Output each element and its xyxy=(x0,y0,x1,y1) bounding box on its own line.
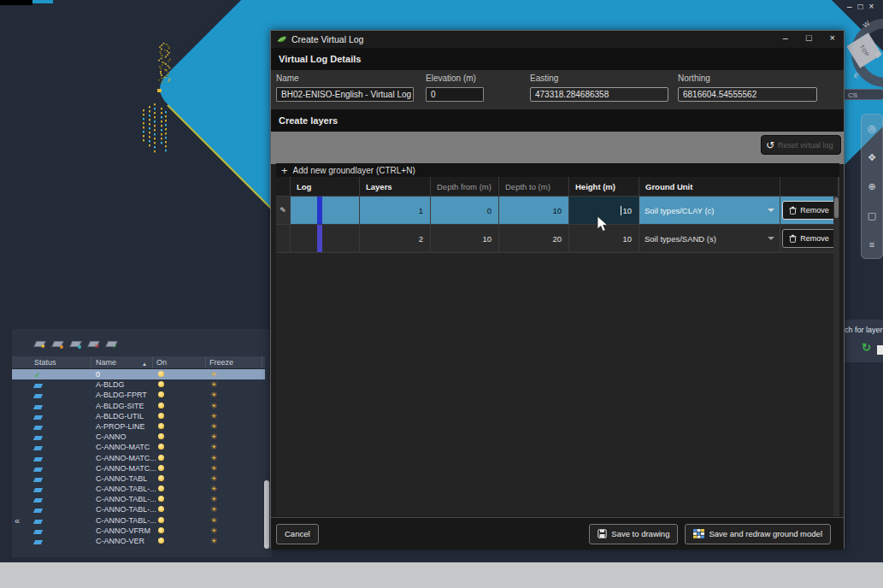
layer-on-bulb-icon[interactable] xyxy=(158,403,164,409)
log-cell[interactable] xyxy=(291,225,359,252)
layer-on-bulb-icon[interactable] xyxy=(158,455,164,461)
add-groundlayer-button[interactable]: + Add new groundlayer (CTRL+N) xyxy=(276,163,839,177)
layer-on-bulb-icon[interactable] xyxy=(158,485,164,491)
nav-more-icon[interactable]: ≡ xyxy=(869,239,874,250)
remove-row-button[interactable]: Remove xyxy=(782,229,836,248)
layer-row[interactable]: C-ANNO-TABL-...☀ xyxy=(12,494,265,504)
layer-freeze-sun-icon[interactable]: ☀ xyxy=(210,515,217,526)
cancel-button[interactable]: Cancel xyxy=(276,524,319,544)
dialog-maximize-button[interactable]: □ xyxy=(806,32,812,43)
layer-on-bulb-icon[interactable] xyxy=(158,517,164,523)
layer-row[interactable]: A-BLDG-SITE☀ xyxy=(12,401,265,411)
remove-row-button[interactable]: Remove xyxy=(782,201,836,220)
column-freeze[interactable]: Freeze xyxy=(209,357,233,368)
layer-row[interactable]: C-ANNO☀ xyxy=(12,432,265,442)
save-redraw-ground-model-button[interactable]: Save and redraw ground model xyxy=(685,524,831,544)
table-scrollbar-thumb[interactable] xyxy=(834,197,839,218)
wcs-selector[interactable]: CS xyxy=(841,89,883,100)
column-on[interactable]: On xyxy=(156,357,167,368)
new-layer-icon[interactable]: ★ xyxy=(34,339,45,349)
refresh-icon[interactable]: ↻ xyxy=(862,341,871,354)
layer-freeze-sun-icon[interactable]: ☀ xyxy=(210,411,217,421)
layers-cell[interactable]: 2 xyxy=(360,225,430,252)
layer-row[interactable]: C-ANNO-TABL☀ xyxy=(12,473,265,484)
header-log[interactable]: Log xyxy=(291,177,359,196)
layer-row[interactable]: A-BLDG☀ xyxy=(12,379,265,390)
table-scrollbar[interactable] xyxy=(833,196,839,516)
layer-row[interactable]: C-ANNO-TABL-...☀ xyxy=(12,484,265,494)
header-height[interactable]: Height (m) xyxy=(569,177,639,196)
easting-field[interactable] xyxy=(530,87,668,102)
set-current-layer-icon[interactable]: ✓ xyxy=(106,339,117,349)
navigation-bar[interactable]: ◎ ✥ ⊕ ▢ ≡ xyxy=(861,114,883,259)
layer-on-bulb-icon[interactable] xyxy=(158,444,164,450)
layer-freeze-sun-icon[interactable]: ☀ xyxy=(210,401,217,411)
new-layer-frozen-icon[interactable] xyxy=(52,339,63,349)
layer-row[interactable]: ✓0☀ xyxy=(12,369,265,379)
ground-unit-dropdown[interactable]: Soil types/SAND (s) xyxy=(639,225,780,252)
layer-on-bulb-icon[interactable] xyxy=(158,465,164,471)
layer-row[interactable]: C-ANNO-VER☀ xyxy=(12,536,265,546)
layer-freeze-sun-icon[interactable]: ☀ xyxy=(210,379,217,390)
layer-freeze-sun-icon[interactable]: ☀ xyxy=(210,463,217,473)
depth-from-cell[interactable]: 10 xyxy=(431,225,498,252)
nav-orbit-icon[interactable]: ▢ xyxy=(868,210,876,221)
table-row[interactable]: 2 10 20 10 Soil types/SAND (s) Rem xyxy=(276,225,839,253)
layer-freeze-sun-icon[interactable]: ☀ xyxy=(210,421,217,432)
header-depth-from[interactable]: Depth from (m) xyxy=(431,177,498,196)
layer-search-input[interactable]: rch for layer xyxy=(842,326,883,334)
app-close-button[interactable]: × xyxy=(869,2,874,11)
table-row[interactable]: ✎ 1 0 10 10 Soil types/CLAY (c) xyxy=(276,197,839,225)
column-name[interactable]: Name xyxy=(96,357,116,368)
depth-to-cell[interactable]: 20 xyxy=(499,225,568,252)
layer-row[interactable]: C-ANNO-MATC...☀ xyxy=(12,453,265,463)
app-minimize-button[interactable]: – xyxy=(847,2,852,11)
layer-on-bulb-icon[interactable] xyxy=(158,391,164,397)
save-to-drawing-button[interactable]: Save to drawing xyxy=(589,524,678,544)
layer-row[interactable]: C-ANNO-TABL-...☀ xyxy=(12,504,265,514)
header-ground-unit[interactable]: Ground Unit xyxy=(639,177,780,196)
layer-row[interactable]: C-ANNO-TABL-...☀ xyxy=(12,515,265,526)
layer-freeze-sun-icon[interactable]: ☀ xyxy=(210,432,217,442)
palette-scrollbar[interactable] xyxy=(264,480,269,549)
layer-row[interactable]: C-ANNO-VFRM☀ xyxy=(12,526,265,536)
layer-row[interactable]: C-ANNO-MATC...☀ xyxy=(12,463,265,473)
layer-on-bulb-icon[interactable] xyxy=(158,506,164,512)
palette-grip[interactable] xyxy=(0,329,12,557)
layer-on-bulb-icon[interactable] xyxy=(158,423,164,429)
depth-from-cell[interactable]: 0 xyxy=(431,197,498,224)
layer-row[interactable]: A-BLDG-UTIL☀ xyxy=(12,411,265,421)
layer-on-bulb-icon[interactable] xyxy=(158,538,164,544)
layer-row[interactable]: C-ANNO-MATC☀ xyxy=(12,442,265,452)
layer-freeze-sun-icon[interactable]: ☀ xyxy=(210,369,217,379)
layer-freeze-sun-icon[interactable]: ☀ xyxy=(210,494,217,504)
layer-on-bulb-icon[interactable] xyxy=(158,475,164,481)
layer-on-bulb-icon[interactable] xyxy=(158,527,164,533)
layer-on-bulb-icon[interactable] xyxy=(158,433,164,439)
header-depth-to[interactable]: Depth to (m) xyxy=(499,177,568,196)
log-cell[interactable] xyxy=(291,197,359,224)
name-field[interactable] xyxy=(276,87,414,102)
dialog-close-button[interactable]: × xyxy=(830,32,835,43)
nav-zoom-icon[interactable]: ⊕ xyxy=(868,181,875,192)
freeze-layer-icon[interactable] xyxy=(70,339,81,349)
delete-layer-icon[interactable]: ✕ xyxy=(88,339,99,349)
elevation-field[interactable] xyxy=(426,87,484,102)
layers-cell[interactable]: 1 xyxy=(360,197,430,224)
layer-on-bulb-icon[interactable] xyxy=(158,381,164,387)
layer-freeze-sun-icon[interactable]: ☀ xyxy=(210,536,217,546)
layer-freeze-sun-icon[interactable]: ☀ xyxy=(210,473,217,484)
layer-freeze-sun-icon[interactable]: ☀ xyxy=(210,526,217,536)
layer-row[interactable]: A-PROP-LINE☀ xyxy=(12,421,265,432)
layer-freeze-sun-icon[interactable]: ☀ xyxy=(210,453,217,463)
header-layers[interactable]: Layers xyxy=(360,177,430,196)
layer-freeze-sun-icon[interactable]: ☀ xyxy=(210,390,217,400)
layer-on-bulb-icon[interactable] xyxy=(158,413,164,419)
reset-virtual-log-button[interactable]: ↺ Reset virtual log xyxy=(761,135,841,155)
ground-unit-dropdown[interactable]: Soil types/CLAY (c) xyxy=(639,197,780,224)
app-maximize-button[interactable]: □ xyxy=(858,2,863,11)
dialog-titlebar[interactable]: Create Virtual Log – □ × xyxy=(271,31,844,48)
layer-freeze-sun-icon[interactable]: ☀ xyxy=(210,442,217,452)
layer-on-bulb-icon[interactable] xyxy=(158,496,164,502)
layer-on-bulb-icon[interactable] xyxy=(158,371,164,377)
